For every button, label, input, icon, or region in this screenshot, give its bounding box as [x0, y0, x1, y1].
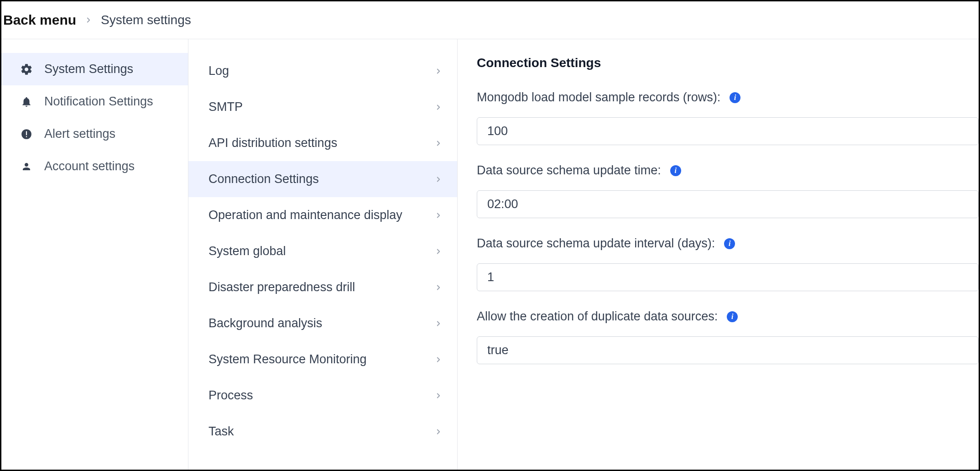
info-icon[interactable]: i — [727, 311, 738, 322]
allow-duplicate-sources-input[interactable] — [477, 336, 979, 364]
submenu-item-label: Connection Settings — [209, 172, 319, 186]
submenu-item-system-resource-monitoring[interactable]: System Resource Monitoring — [188, 341, 457, 377]
submenu-item-label: Operation and maintenance display — [209, 208, 402, 222]
chevron-right-icon — [434, 175, 443, 183]
chevron-right-icon — [434, 139, 443, 147]
gear-icon — [20, 63, 33, 76]
field-label-row: Data source schema update interval (days… — [477, 236, 979, 251]
sidebar-item-account-settings[interactable]: Account settings — [1, 150, 188, 183]
submenu-item-task[interactable]: Task — [188, 413, 457, 450]
submenu-item-label: Log — [209, 64, 229, 78]
sidebar-item-system-settings[interactable]: System Settings — [1, 53, 188, 85]
back-menu-link[interactable]: Back menu — [3, 12, 76, 28]
schema-update-time-input[interactable] — [477, 190, 979, 218]
sidebar-item-label: System Settings — [44, 62, 133, 76]
submenu-item-api-distribution[interactable]: API distribution settings — [188, 125, 457, 161]
field-label: Mongodb load model sample records (rows)… — [477, 90, 720, 105]
chevron-right-icon — [84, 16, 93, 24]
chevron-right-icon — [434, 428, 443, 436]
field-schema-update-time: Data source schema update time: i — [477, 163, 979, 218]
breadcrumb-bar: Back menu System settings — [1, 1, 979, 39]
field-label-row: Mongodb load model sample records (rows)… — [477, 90, 979, 105]
alert-icon — [20, 127, 33, 141]
submenu-item-label: API distribution settings — [209, 136, 337, 150]
submenu-item-connection-settings[interactable]: Connection Settings — [188, 161, 457, 197]
chevron-right-icon — [434, 211, 443, 220]
field-mongodb-sample-records: Mongodb load model sample records (rows)… — [477, 90, 979, 145]
content-panel: Connection Settings Mongodb load model s… — [458, 39, 979, 470]
submenu: Log SMTP API distribution settings Conne… — [188, 39, 458, 470]
chevron-right-icon — [434, 103, 443, 111]
chevron-right-icon — [434, 392, 443, 400]
sidebar-item-notification-settings[interactable]: Notification Settings — [1, 85, 188, 118]
chevron-right-icon — [434, 356, 443, 364]
submenu-item-label: Process — [209, 388, 253, 403]
info-icon[interactable]: i — [724, 238, 735, 249]
content-title: Connection Settings — [477, 56, 979, 70]
submenu-item-label: Task — [209, 424, 234, 439]
field-label: Allow the creation of duplicate data sou… — [477, 309, 718, 324]
submenu-item-label: Background analysis — [209, 316, 322, 330]
submenu-item-operation-maintenance[interactable]: Operation and maintenance display — [188, 197, 457, 233]
submenu-item-smtp[interactable]: SMTP — [188, 89, 457, 125]
sidebar-item-label: Account settings — [44, 159, 135, 173]
submenu-item-system-global[interactable]: System global — [188, 233, 457, 269]
submenu-item-disaster-drill[interactable]: Disaster preparedness drill — [188, 269, 457, 305]
chevron-right-icon — [434, 247, 443, 256]
sidebar-item-label: Alert settings — [44, 127, 115, 141]
svg-rect-2 — [26, 136, 27, 137]
field-label: Data source schema update interval (days… — [477, 236, 715, 251]
sidebar: System Settings Notification Settings Al… — [1, 39, 188, 470]
breadcrumb-current: System settings — [101, 13, 191, 27]
mongodb-sample-records-input[interactable] — [477, 117, 979, 145]
submenu-item-label: Disaster preparedness drill — [209, 280, 355, 294]
field-label: Data source schema update time: — [477, 163, 661, 178]
field-schema-update-interval: Data source schema update interval (days… — [477, 236, 979, 291]
main-layout: System Settings Notification Settings Al… — [1, 39, 979, 470]
schema-update-interval-input[interactable] — [477, 263, 979, 291]
submenu-item-process[interactable]: Process — [188, 377, 457, 413]
bell-icon — [20, 95, 33, 109]
sidebar-item-label: Notification Settings — [44, 94, 153, 109]
field-label-row: Data source schema update time: i — [477, 163, 979, 178]
chevron-right-icon — [434, 67, 443, 75]
sidebar-item-alert-settings[interactable]: Alert settings — [1, 118, 188, 150]
info-icon[interactable]: i — [730, 92, 740, 103]
field-allow-duplicate-sources: Allow the creation of duplicate data sou… — [477, 309, 979, 364]
submenu-item-label: System Resource Monitoring — [209, 352, 367, 366]
submenu-item-background-analysis[interactable]: Background analysis — [188, 305, 457, 341]
submenu-item-label: SMTP — [209, 100, 243, 114]
chevron-right-icon — [434, 319, 443, 328]
info-icon[interactable]: i — [670, 165, 681, 176]
submenu-item-log[interactable]: Log — [188, 53, 457, 89]
submenu-item-label: System global — [209, 244, 286, 258]
chevron-right-icon — [434, 283, 443, 292]
svg-rect-1 — [26, 131, 27, 135]
field-label-row: Allow the creation of duplicate data sou… — [477, 309, 979, 324]
user-icon — [20, 160, 33, 173]
